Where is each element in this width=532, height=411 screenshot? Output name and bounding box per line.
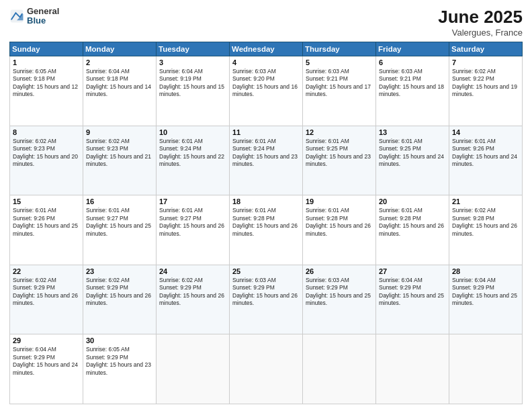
day-detail: Sunrise: 6:01 AMSunset: 9:26 PMDaylight:…	[452, 138, 517, 167]
day-detail: Sunrise: 6:01 AMSunset: 9:27 PMDaylight:…	[86, 207, 151, 236]
table-row: 20Sunrise: 6:01 AMSunset: 9:28 PMDayligh…	[376, 195, 449, 265]
table-row: 6Sunrise: 6:03 AMSunset: 9:21 PMDaylight…	[376, 56, 449, 126]
calendar-header-row: Sunday Monday Tuesday Wednesday Thursday…	[10, 42, 523, 56]
day-detail: Sunrise: 6:01 AMSunset: 9:26 PMDaylight:…	[13, 207, 78, 236]
table-row: 25Sunrise: 6:03 AMSunset: 9:29 PMDayligh…	[230, 265, 303, 334]
logo-icon	[9, 9, 24, 24]
day-number: 17	[159, 197, 226, 205]
title-block: June 2025 Valergues, France	[438, 7, 523, 38]
table-row: 4Sunrise: 6:03 AMSunset: 9:20 PMDaylight…	[230, 56, 303, 126]
day-number: 27	[379, 267, 446, 275]
location: Valergues, France	[438, 28, 523, 38]
day-detail: Sunrise: 6:02 AMSunset: 9:28 PMDaylight:…	[452, 207, 517, 236]
table-row: 18Sunrise: 6:01 AMSunset: 9:28 PMDayligh…	[230, 195, 303, 265]
day-detail: Sunrise: 6:01 AMSunset: 9:25 PMDaylight:…	[306, 138, 371, 167]
day-detail: Sunrise: 6:04 AMSunset: 9:29 PMDaylight:…	[452, 277, 517, 306]
logo-general-text: General	[27, 7, 59, 16]
col-saturday: Saturday	[449, 42, 523, 56]
logo-blue-text: Blue	[27, 16, 59, 26]
day-number: 3	[159, 58, 226, 66]
table-row: 29Sunrise: 6:04 AMSunset: 9:29 PMDayligh…	[10, 334, 83, 404]
day-number: 12	[306, 128, 373, 136]
day-detail: Sunrise: 6:04 AMSunset: 9:18 PMDaylight:…	[86, 68, 151, 97]
day-number: 30	[86, 336, 153, 345]
day-detail: Sunrise: 6:04 AMSunset: 9:29 PMDaylight:…	[379, 277, 444, 306]
day-number: 11	[232, 128, 300, 136]
table-row: 7Sunrise: 6:02 AMSunset: 9:22 PMDaylight…	[449, 56, 523, 126]
table-row: 8Sunrise: 6:02 AMSunset: 9:23 PMDaylight…	[10, 126, 83, 195]
table-row: 11Sunrise: 6:01 AMSunset: 9:24 PMDayligh…	[230, 126, 303, 195]
month-title: June 2025	[438, 7, 523, 28]
day-detail: Sunrise: 6:01 AMSunset: 9:25 PMDaylight:…	[379, 138, 444, 167]
day-number: 14	[452, 128, 519, 136]
day-detail: Sunrise: 6:03 AMSunset: 9:21 PMDaylight:…	[306, 68, 371, 97]
table-row: 1Sunrise: 6:05 AMSunset: 9:18 PMDaylight…	[10, 56, 83, 126]
calendar-week-row: 1Sunrise: 6:05 AMSunset: 9:18 PMDaylight…	[10, 56, 523, 126]
day-detail: Sunrise: 6:04 AMSunset: 9:19 PMDaylight:…	[159, 68, 224, 97]
day-detail: Sunrise: 6:03 AMSunset: 9:20 PMDaylight:…	[232, 68, 298, 97]
table-row: 3Sunrise: 6:04 AMSunset: 9:19 PMDaylight…	[157, 56, 230, 126]
day-number: 10	[159, 128, 226, 136]
day-number: 19	[306, 197, 373, 205]
day-detail: Sunrise: 6:01 AMSunset: 9:24 PMDaylight:…	[159, 138, 224, 167]
day-detail: Sunrise: 6:01 AMSunset: 9:24 PMDaylight:…	[232, 138, 298, 167]
page: General Blue June 2025 Valergues, France…	[0, 0, 532, 411]
col-sunday: Sunday	[10, 42, 83, 56]
table-row: 23Sunrise: 6:02 AMSunset: 9:29 PMDayligh…	[83, 265, 157, 334]
table-row: 13Sunrise: 6:01 AMSunset: 9:25 PMDayligh…	[376, 126, 449, 195]
table-row: 27Sunrise: 6:04 AMSunset: 9:29 PMDayligh…	[376, 265, 449, 334]
day-detail: Sunrise: 6:02 AMSunset: 9:29 PMDaylight:…	[13, 277, 78, 306]
day-detail: Sunrise: 6:05 AMSunset: 9:29 PMDaylight:…	[86, 346, 151, 375]
day-number: 1	[13, 58, 80, 66]
logo: General Blue	[9, 7, 59, 26]
calendar-week-row: 15Sunrise: 6:01 AMSunset: 9:26 PMDayligh…	[10, 195, 523, 265]
table-row: 24Sunrise: 6:02 AMSunset: 9:29 PMDayligh…	[157, 265, 230, 334]
day-number: 8	[13, 128, 80, 136]
table-row	[449, 334, 523, 404]
col-wednesday: Wednesday	[230, 42, 303, 56]
table-row	[157, 334, 230, 404]
day-number: 15	[13, 197, 80, 205]
table-row: 22Sunrise: 6:02 AMSunset: 9:29 PMDayligh…	[10, 265, 83, 334]
col-friday: Friday	[376, 42, 449, 56]
day-number: 4	[232, 58, 300, 66]
table-row: 17Sunrise: 6:01 AMSunset: 9:27 PMDayligh…	[157, 195, 230, 265]
day-number: 28	[452, 267, 519, 275]
day-number: 6	[379, 58, 446, 66]
table-row	[303, 334, 376, 404]
col-monday: Monday	[83, 42, 157, 56]
day-number: 29	[13, 336, 80, 345]
calendar-week-row: 22Sunrise: 6:02 AMSunset: 9:29 PMDayligh…	[10, 265, 523, 334]
day-detail: Sunrise: 6:01 AMSunset: 9:28 PMDaylight:…	[232, 207, 298, 236]
table-row: 21Sunrise: 6:02 AMSunset: 9:28 PMDayligh…	[449, 195, 523, 265]
table-row: 14Sunrise: 6:01 AMSunset: 9:26 PMDayligh…	[449, 126, 523, 195]
col-tuesday: Tuesday	[157, 42, 230, 56]
day-detail: Sunrise: 6:01 AMSunset: 9:28 PMDaylight:…	[379, 207, 444, 236]
table-row: 12Sunrise: 6:01 AMSunset: 9:25 PMDayligh…	[303, 126, 376, 195]
table-row: 5Sunrise: 6:03 AMSunset: 9:21 PMDaylight…	[303, 56, 376, 126]
table-row: 10Sunrise: 6:01 AMSunset: 9:24 PMDayligh…	[157, 126, 230, 195]
logo-text: General Blue	[27, 7, 59, 26]
day-number: 9	[86, 128, 153, 136]
day-detail: Sunrise: 6:02 AMSunset: 9:29 PMDaylight:…	[159, 277, 224, 306]
day-detail: Sunrise: 6:02 AMSunset: 9:23 PMDaylight:…	[13, 138, 78, 167]
day-number: 25	[232, 267, 300, 275]
day-detail: Sunrise: 6:01 AMSunset: 9:27 PMDaylight:…	[159, 207, 224, 236]
day-detail: Sunrise: 6:02 AMSunset: 9:29 PMDaylight:…	[86, 277, 151, 306]
table-row	[376, 334, 449, 404]
table-row	[230, 334, 303, 404]
table-row: 30Sunrise: 6:05 AMSunset: 9:29 PMDayligh…	[83, 334, 157, 404]
day-number: 22	[13, 267, 80, 275]
day-detail: Sunrise: 6:05 AMSunset: 9:18 PMDaylight:…	[13, 68, 78, 97]
table-row: 16Sunrise: 6:01 AMSunset: 9:27 PMDayligh…	[83, 195, 157, 265]
table-row: 15Sunrise: 6:01 AMSunset: 9:26 PMDayligh…	[10, 195, 83, 265]
table-row: 26Sunrise: 6:03 AMSunset: 9:29 PMDayligh…	[303, 265, 376, 334]
day-number: 24	[159, 267, 226, 275]
day-number: 2	[86, 58, 153, 66]
day-detail: Sunrise: 6:04 AMSunset: 9:29 PMDaylight:…	[13, 346, 78, 375]
calendar-week-row: 29Sunrise: 6:04 AMSunset: 9:29 PMDayligh…	[10, 334, 523, 404]
day-number: 23	[86, 267, 153, 275]
day-detail: Sunrise: 6:03 AMSunset: 9:29 PMDaylight:…	[306, 277, 371, 306]
day-number: 5	[306, 58, 373, 66]
day-number: 16	[86, 197, 153, 205]
